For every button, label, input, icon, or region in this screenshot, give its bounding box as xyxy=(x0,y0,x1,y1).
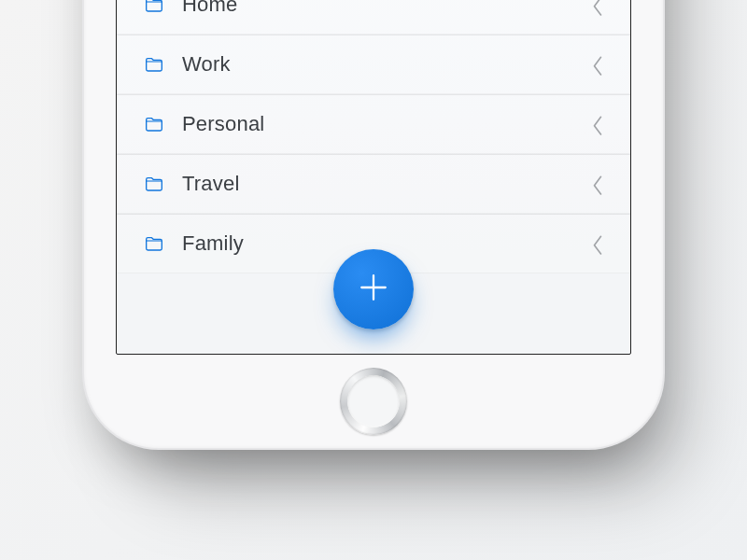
list-item[interactable]: Personal xyxy=(117,94,630,154)
chevron-left-icon xyxy=(591,175,604,193)
folder-icon xyxy=(145,0,163,12)
plus-icon xyxy=(358,272,389,307)
list-item-label: Personal xyxy=(163,112,591,136)
folder-icon xyxy=(145,176,163,191)
list-item-label: Work xyxy=(163,52,591,77)
list-item[interactable]: Travel xyxy=(117,154,630,214)
screen: Home Work Personal xyxy=(116,0,631,355)
chevron-left-icon xyxy=(591,234,604,253)
folder-icon xyxy=(145,57,163,72)
add-button[interactable] xyxy=(333,249,414,329)
list-item-label: Travel xyxy=(163,172,591,196)
list-item[interactable]: Work xyxy=(117,35,630,94)
home-button[interactable] xyxy=(340,368,407,435)
chevron-left-icon xyxy=(591,0,604,14)
list-item-label: Home xyxy=(163,0,591,17)
chevron-left-icon xyxy=(591,55,604,74)
folder-icon xyxy=(145,117,163,132)
list-item[interactable]: Home xyxy=(117,0,630,35)
folder-icon xyxy=(145,236,163,251)
folder-list: Home Work Personal xyxy=(117,0,630,273)
chevron-left-icon xyxy=(591,115,604,133)
phone-frame: Home Work Personal xyxy=(84,0,663,448)
